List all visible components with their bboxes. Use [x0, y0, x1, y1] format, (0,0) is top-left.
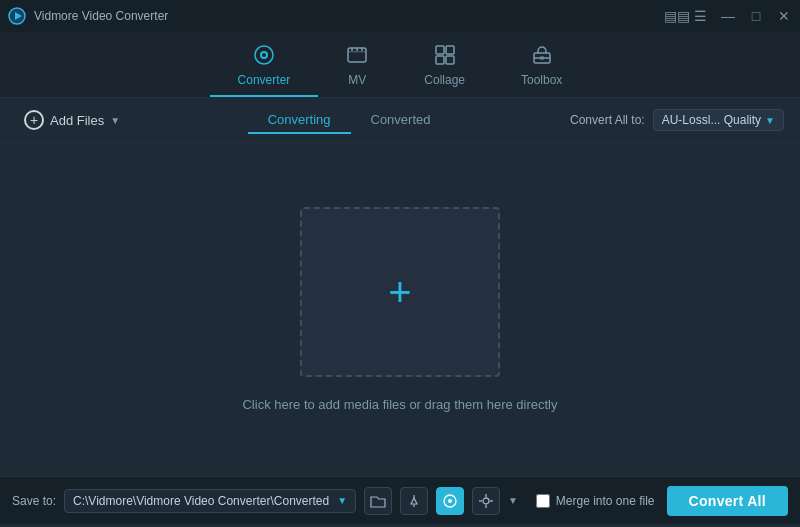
svg-rect-11 — [436, 46, 444, 54]
app-logo-icon — [8, 7, 26, 25]
add-files-dropdown-arrow: ▼ — [110, 115, 120, 126]
svg-point-22 — [483, 498, 489, 504]
toolbar: + Add Files ▼ Converting Converted Conve… — [0, 98, 800, 143]
right-controls: Merge into one file Convert All — [536, 486, 788, 516]
add-files-label: Add Files — [50, 113, 104, 128]
collage-tab-label: Collage — [424, 73, 465, 87]
convert-all-to: Convert All to: AU-Lossl... Quality ▼ — [570, 109, 784, 131]
mv-icon — [346, 44, 368, 69]
settings-button-3[interactable] — [472, 487, 500, 515]
minimize-button[interactable]: — — [720, 8, 736, 24]
svg-rect-13 — [436, 56, 444, 64]
add-files-button[interactable]: + Add Files ▼ — [16, 106, 128, 134]
svg-rect-7 — [348, 51, 366, 53]
svg-rect-12 — [446, 46, 454, 54]
title-bar-left: Vidmore Video Converter — [8, 7, 168, 25]
bottom-bar: Save to: C:\Vidmore\Vidmore Video Conver… — [0, 476, 800, 524]
convert-all-to-label: Convert All to: — [570, 113, 645, 127]
tab-mv[interactable]: MV — [318, 38, 396, 97]
settings-dropdown-arrow: ▼ — [508, 495, 518, 506]
merge-label[interactable]: Merge into one file — [556, 494, 655, 508]
plus-icon: + — [388, 272, 411, 312]
converter-icon — [253, 44, 275, 69]
format-value: AU-Lossl... Quality — [662, 113, 761, 127]
toolbox-tab-label: Toolbox — [521, 73, 562, 87]
svg-rect-17 — [540, 56, 544, 60]
folder-browse-button[interactable] — [364, 487, 392, 515]
settings-button-2[interactable] — [436, 487, 464, 515]
svg-rect-14 — [446, 56, 454, 64]
save-path-input[interactable]: C:\Vidmore\Vidmore Video Converter\Conve… — [64, 489, 356, 513]
tab-converter[interactable]: Converter — [210, 38, 319, 97]
maximize-button[interactable]: □ — [748, 8, 764, 24]
convert-all-button[interactable]: Convert All — [667, 486, 788, 516]
settings-button-1[interactable] — [400, 487, 428, 515]
tab-toolbox[interactable]: Toolbox — [493, 38, 590, 97]
message-icon[interactable]: ▤▤ — [664, 8, 680, 24]
svg-point-5 — [262, 53, 266, 57]
save-path-arrow: ▼ — [337, 495, 347, 506]
drop-zone[interactable]: + — [300, 207, 500, 377]
title-bar-controls: ▤▤ ☰ — □ ✕ — [664, 8, 792, 24]
converting-tabs: Converting Converted — [248, 107, 451, 134]
merge-checkbox-group: Merge into one file — [536, 494, 655, 508]
save-to-section: Save to: C:\Vidmore\Vidmore Video Conver… — [12, 487, 518, 515]
converting-tab[interactable]: Converting — [248, 107, 351, 134]
mv-tab-label: MV — [348, 73, 366, 87]
drop-hint: Click here to add media files or drag th… — [242, 397, 557, 412]
svg-point-21 — [448, 499, 452, 503]
title-bar: Vidmore Video Converter ▤▤ ☰ — □ ✕ — [0, 0, 800, 32]
save-to-label: Save to: — [12, 494, 56, 508]
format-select-arrow: ▼ — [765, 115, 775, 126]
merge-checkbox[interactable] — [536, 494, 550, 508]
save-path-value: C:\Vidmore\Vidmore Video Converter\Conve… — [73, 494, 329, 508]
add-circle-icon: + — [24, 110, 44, 130]
menu-icon[interactable]: ☰ — [692, 8, 708, 24]
collage-icon — [434, 44, 456, 69]
format-select-dropdown[interactable]: AU-Lossl... Quality ▼ — [653, 109, 784, 131]
nav-bar: Converter MV Collage — [0, 32, 800, 98]
converter-tab-label: Converter — [238, 73, 291, 87]
converted-tab[interactable]: Converted — [351, 107, 451, 134]
tab-collage[interactable]: Collage — [396, 38, 493, 97]
toolbox-icon — [531, 44, 553, 69]
close-button[interactable]: ✕ — [776, 8, 792, 24]
app-title: Vidmore Video Converter — [34, 9, 168, 23]
main-content: + Click here to add media files or drag … — [0, 143, 800, 476]
